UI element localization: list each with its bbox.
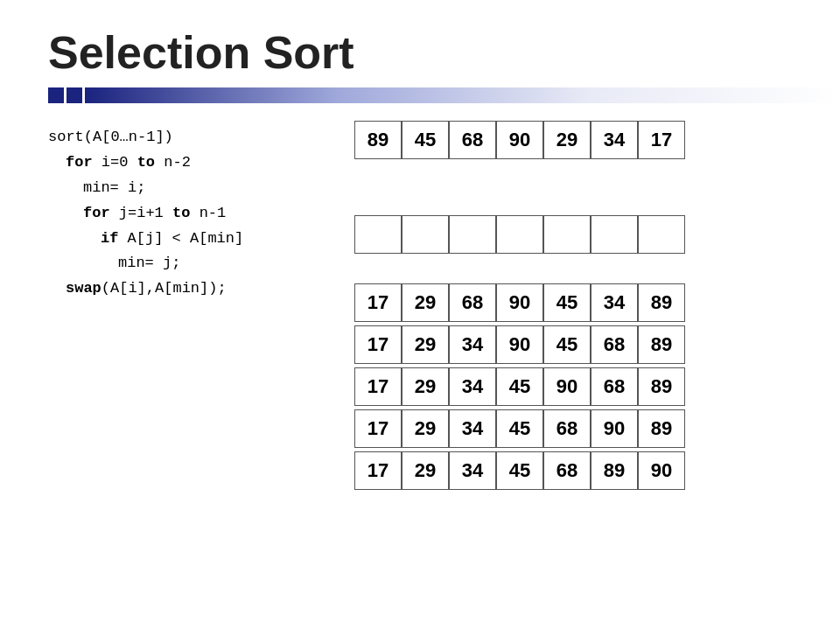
- array-cell: [402, 215, 449, 254]
- array-cell: 89: [638, 367, 685, 406]
- array-cell: 89: [638, 325, 685, 364]
- array-cell: [638, 215, 685, 254]
- array-step1: 17296890453489: [354, 283, 685, 322]
- array-cell: 68: [449, 121, 496, 159]
- array-cell: 45: [543, 283, 591, 322]
- array-empty: [354, 215, 685, 254]
- code-line-1: sort(A[0…n-1]): [48, 125, 346, 150]
- array-cell: 17: [354, 325, 402, 364]
- array-cell: 90: [638, 451, 685, 490]
- array-cell: 45: [496, 367, 543, 406]
- array-cell: 90: [496, 325, 543, 364]
- array-cell: 45: [543, 325, 591, 364]
- array-cell: 29: [402, 409, 449, 448]
- array-cell: 68: [591, 367, 638, 406]
- code-line-6: min= j;: [118, 251, 346, 276]
- array-cell: 45: [402, 121, 449, 159]
- array-initial: 89456890293417: [354, 121, 685, 159]
- array-cell: 68: [543, 409, 591, 448]
- code-line-7: swap(A[i],A[min]);: [66, 276, 346, 302]
- array-cell: 45: [496, 451, 543, 490]
- array-cell: 29: [402, 283, 449, 322]
- array-cell: 68: [449, 283, 496, 322]
- array-cell: [449, 215, 496, 254]
- array-step5: 17293445688990: [354, 451, 685, 490]
- array-cell: 89: [354, 121, 402, 159]
- array-cell: 34: [591, 283, 638, 322]
- array-cell: 34: [449, 409, 496, 448]
- array-cell: [543, 215, 591, 254]
- arrays-steps: 17296890453489 17293490456889 1729344590…: [354, 283, 685, 493]
- array-cell: 68: [543, 451, 591, 490]
- array-step3: 17293445906889: [354, 367, 685, 406]
- code-line-5: if A[j] < A[min]: [101, 227, 346, 252]
- array-cell: 34: [449, 325, 496, 364]
- array-cell: 34: [449, 451, 496, 490]
- array-cell: 29: [402, 367, 449, 406]
- code-line-4: for j=i+1 to n-1: [83, 201, 346, 227]
- array-cell: 29: [402, 325, 449, 364]
- array-cell: [354, 215, 402, 254]
- array-cell: 29: [402, 451, 449, 490]
- array-cell: 89: [638, 409, 685, 448]
- array-cell: 90: [496, 283, 543, 322]
- deco-square-1: [48, 87, 64, 103]
- array-cell: 90: [543, 367, 591, 406]
- page-title: Selection Sort: [0, 0, 840, 87]
- array-cell: 29: [543, 121, 591, 159]
- array-cell: [496, 215, 543, 254]
- array-cell: 17: [354, 409, 402, 448]
- code-line-2: for i=0 to n-2: [66, 150, 346, 176]
- array-cell: 45: [496, 409, 543, 448]
- deco-gradient: [85, 87, 840, 103]
- deco-square-2: [66, 87, 82, 103]
- array-cell: 17: [354, 283, 402, 322]
- array-cell: 17: [354, 367, 402, 406]
- array-cell: 34: [449, 367, 496, 406]
- array-cell: 90: [591, 409, 638, 448]
- decorative-bar: [0, 87, 840, 103]
- array-cell: 34: [591, 121, 638, 159]
- arrays-block: 89456890293417 17296890453489 1729349045…: [354, 121, 685, 493]
- array-cell: 90: [496, 121, 543, 159]
- array-cell: 89: [591, 451, 638, 490]
- array-step4: 17293445689089: [354, 409, 685, 448]
- array-cell: 17: [354, 451, 402, 490]
- array-step2: 17293490456889: [354, 325, 685, 364]
- code-block: sort(A[0…n-1]) for i=0 to n-2 min= i; fo…: [48, 121, 346, 493]
- array-cell: 68: [591, 325, 638, 364]
- array-cell: [591, 215, 638, 254]
- code-line-3: min= i;: [83, 176, 346, 201]
- main-content: sort(A[0…n-1]) for i=0 to n-2 min= i; fo…: [0, 121, 840, 493]
- array-cell: 17: [638, 121, 685, 159]
- array-cell: 89: [638, 283, 685, 322]
